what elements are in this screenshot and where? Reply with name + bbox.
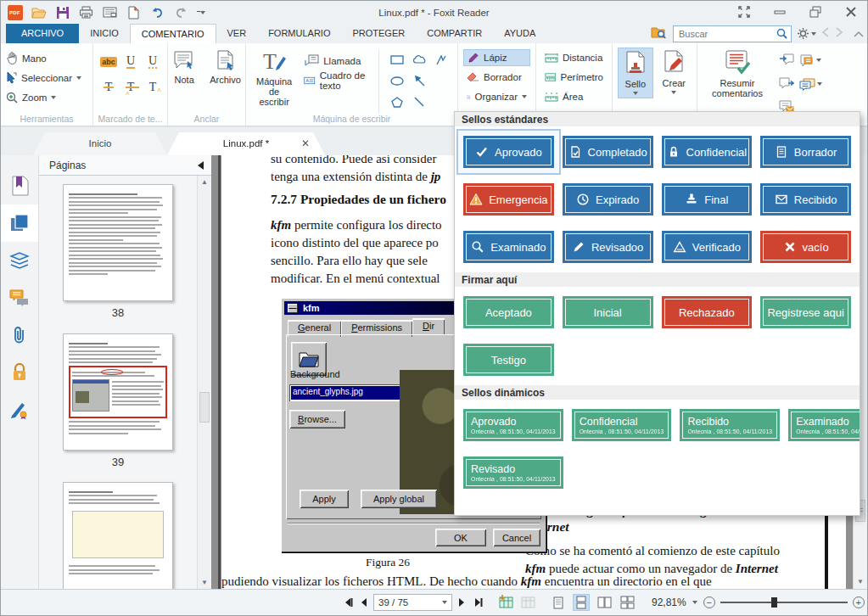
facing-view-icon[interactable]	[596, 594, 613, 611]
page-thumbnail-39[interactable]	[63, 333, 173, 451]
new-document-icon[interactable]: *	[126, 5, 142, 20]
area-tool-button[interactable]: Área	[541, 88, 607, 105]
continuous-view-icon[interactable]	[573, 594, 590, 611]
pages-panel-icon[interactable]	[1, 204, 38, 242]
search-icon[interactable]	[776, 28, 787, 39]
layers-panel-icon[interactable]	[1, 242, 38, 279]
zoom-in-icon[interactable]: +	[853, 596, 865, 608]
stamp-button[interactable]: Sello	[618, 48, 653, 98]
stamp-verificado[interactable]: Verificado	[662, 231, 753, 263]
stamp-aprovado[interactable]: AprovadoOntecnia , 08:51:50, 04/11/2013	[463, 409, 563, 441]
underline-icon[interactable]: U	[126, 55, 135, 69]
next-view-icon[interactable]	[835, 27, 843, 40]
ribbon-tab-ayuda[interactable]: AYUDA	[493, 24, 546, 43]
perimeter-tool-button[interactable]: Perímetro	[541, 69, 607, 86]
stamp-aceptado[interactable]: Aceptado	[463, 296, 554, 328]
stamp-completado[interactable]: Completado	[563, 136, 653, 168]
strikeout-icon[interactable]: T	[105, 81, 113, 93]
insert-text-icon[interactable]: T	[149, 81, 157, 93]
next-page-button[interactable]	[458, 597, 466, 608]
previous-view-icon[interactable]	[821, 27, 830, 40]
replace-text-icon[interactable]: T	[127, 81, 135, 93]
security-panel-icon[interactable]	[1, 354, 38, 391]
qat-customize-caret[interactable]	[197, 5, 205, 20]
export-comments-icon[interactable]	[779, 77, 794, 92]
signatures-panel-icon[interactable]	[1, 391, 38, 428]
bookmarks-panel-icon[interactable]	[1, 167, 38, 204]
line-shape-icon[interactable]	[414, 97, 424, 109]
cloud-shape-icon[interactable]	[412, 55, 427, 67]
scroll-down-icon[interactable]: ▼	[198, 579, 211, 586]
stamp-inicial[interactable]: Inicial	[563, 296, 653, 328]
redo-icon[interactable]	[173, 5, 189, 20]
scroll-up-icon[interactable]: ▲	[198, 178, 211, 186]
open-file-icon[interactable]	[31, 5, 47, 20]
page-thumbnail-40[interactable]	[63, 482, 173, 589]
first-page-button[interactable]	[343, 597, 354, 608]
search-box[interactable]	[673, 25, 792, 42]
zoom-slider-thumb[interactable]	[771, 597, 777, 608]
search-input[interactable]	[677, 28, 776, 40]
typewriter-button[interactable]: T Máquina de escribir	[251, 48, 297, 114]
note-button[interactable]: Nota	[167, 48, 201, 87]
from-clipboard-icon[interactable]	[519, 594, 535, 611]
doc-tab-close-icon[interactable]: ✕	[301, 132, 310, 155]
attachments-panel-icon[interactable]	[1, 316, 38, 354]
stamp-borrador[interactable]: Borrador	[760, 136, 851, 168]
file-attach-comment-button[interactable]: Archivo	[204, 48, 246, 87]
stamp-recibido[interactable]: RecibidoOntecnia , 08:51:50, 04/11/2013	[680, 409, 780, 441]
stamp-confidencial[interactable]: Confidencial	[662, 136, 753, 168]
textbox-button[interactable]: A Cuadro de texto	[304, 72, 372, 88]
collapse-panel-icon[interactable]	[197, 161, 204, 170]
stamp-rechazado[interactable]: Rechazado	[662, 296, 753, 328]
settings-gear-icon[interactable]	[797, 27, 816, 40]
page-thumbnail-38[interactable]	[63, 184, 173, 301]
stamp-revisado[interactable]: RevisadoOntecnia , 08:51:50, 04/11/2013	[463, 456, 563, 489]
polyline-shape-icon[interactable]	[435, 54, 447, 68]
save-icon[interactable]	[54, 5, 70, 20]
stamp-confidencial[interactable]: ConfidencialOntecnia , 08:51:50, 04/11/2…	[572, 409, 672, 441]
distance-tool-button[interactable]: Distancia	[541, 49, 607, 66]
continuous-facing-view-icon[interactable]	[619, 594, 636, 611]
ribbon-tab-proteger[interactable]: PROTEGER	[341, 24, 416, 43]
stamp-vacío[interactable]: vacío	[760, 231, 851, 263]
ribbon-tab-archivo[interactable]: ARCHIVO	[6, 24, 79, 43]
import-comments-icon[interactable]	[779, 53, 794, 68]
squiggly-underline-icon[interactable]: U	[148, 55, 157, 69]
arrow-shape-icon[interactable]	[414, 76, 425, 89]
arrange-button[interactable]: Organizar	[463, 88, 530, 105]
previous-page-button[interactable]	[360, 597, 367, 608]
undo-icon[interactable]	[149, 5, 165, 20]
collapse-ribbon-icon[interactable]	[854, 28, 864, 40]
eraser-tool-button[interactable]: Borrador	[463, 69, 530, 86]
print-icon[interactable]	[78, 5, 94, 20]
summarize-comments-button[interactable]: Resumir comentarios	[703, 48, 772, 119]
stamp-emergencia[interactable]: Emergencia	[463, 183, 554, 216]
stamp-expirado[interactable]: Expirado	[563, 183, 653, 216]
doc-tab-linux-pdf[interactable]: Linux.pdf * ✕	[167, 132, 325, 155]
sidebar-scrollbar[interactable]: ▲ ▼	[197, 176, 211, 589]
zoom-dropdown-caret[interactable]	[692, 601, 697, 604]
comments-popup-note-icon[interactable]	[799, 54, 821, 66]
sidebar-scroll-thumb[interactable]	[199, 392, 210, 423]
single-page-view-icon[interactable]	[550, 594, 567, 611]
from-scanner-icon[interactable]	[497, 594, 513, 611]
fullscreen-icon[interactable]	[733, 3, 755, 20]
doc-tab-inicio[interactable]: Inicio	[33, 132, 167, 155]
zoom-tool-button[interactable]: Zoom	[6, 89, 87, 105]
rectangle-shape-icon[interactable]	[390, 55, 404, 67]
create-stamp-button[interactable]: Crear	[657, 48, 692, 97]
page-number-box[interactable]: 39 / 75	[373, 594, 452, 611]
stamp-examinado[interactable]: ExaminadoOntecnia , 08:51:50, 04/11/2013	[788, 409, 860, 441]
ribbon-tab-comentario[interactable]: COMENTARIO	[130, 24, 216, 43]
minimize-icon[interactable]	[769, 3, 791, 20]
email-icon[interactable]	[102, 5, 118, 20]
ribbon-tab-compartir[interactable]: COMPARTIR	[416, 24, 493, 43]
select-tool-button[interactable]: Seleccionar	[6, 70, 87, 86]
restore-icon[interactable]	[804, 3, 826, 20]
callout-button[interactable]: Llamada	[304, 53, 372, 69]
zoom-slider[interactable]: − +	[703, 596, 865, 608]
zoom-out-icon[interactable]: −	[703, 596, 715, 608]
stamp-aprovado[interactable]: Aprovado	[463, 136, 554, 168]
polygon-shape-icon[interactable]	[391, 97, 403, 110]
